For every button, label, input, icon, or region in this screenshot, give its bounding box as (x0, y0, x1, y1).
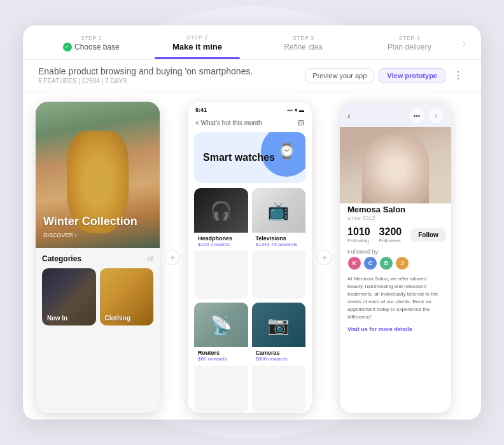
product-televisions[interactable]: 📺 Televisions $1343.73 onwards (252, 188, 306, 299)
router-name: Routers (198, 350, 244, 356)
preview-app-button[interactable]: Preview your app (305, 68, 374, 83)
phone1-discover-label: DISCOVER (43, 231, 137, 239)
add-between-phone2-phone3[interactable]: + (317, 250, 332, 265)
avatar-k: K (347, 256, 361, 270)
avatar-b: B (379, 256, 393, 270)
step1-label: Choose base (74, 43, 120, 51)
phone3-action-buttons: ••• ↑ (409, 108, 444, 123)
phone2-filter-icon[interactable]: ⊟ (298, 118, 304, 127)
phone1-categories: Categories All New In Clothing (36, 248, 160, 413)
step-refine-idea[interactable]: STEP 3 Refine idea (250, 35, 356, 59)
avatar-j: J (395, 256, 409, 270)
phone2-status-icons: ▪▪▪ ▾ ▬ (287, 107, 304, 113)
phone3-description: At Memosa Salon, we offer tailored beaut… (347, 275, 444, 321)
phone2-product-browse: 9:41 ▪▪▪ ▾ ▬ < What's hot this month ⊟ (188, 102, 312, 413)
phone1-newin-label: New In (47, 315, 67, 322)
phone3-following-label: Following (347, 238, 370, 243)
header-actions: Preview your app View prototype ⋮ (305, 67, 466, 84)
outer-bg: STEP 1 ✓ Choose base STEP 2 Make it mine… (23, 6, 481, 439)
phone3-following-count: 1010 (347, 226, 370, 238)
product-routers[interactable]: 📡 Routers $60 onwards (194, 303, 248, 413)
header-info: Enable product browsing and buying 'on s… (38, 66, 253, 85)
tv-icon: 📺 (267, 200, 290, 221)
phone3-profile: ‹ ••• ↑ (340, 102, 451, 413)
tv-info: Televisions $1343.73 onwards (252, 233, 306, 251)
headphones-info: Headphones $100 onwards (194, 233, 248, 251)
tv-price: $1343.73 onwards (256, 242, 302, 247)
tv-name: Televisions (256, 235, 302, 242)
headphones-icon: 🎧 (210, 200, 232, 221)
router-info: Routers $60 onwards (194, 347, 248, 366)
phone1-clothing-label: Clothing (105, 315, 131, 322)
phone3-topbar: ‹ ••• ↑ (340, 102, 451, 127)
phone1-hero: Winter Collection DISCOVER (36, 102, 160, 248)
router-image: 📡 (194, 303, 248, 347)
step3-label: Refine idea (284, 43, 323, 51)
phone2-smart-watches-banner: Smart watches ⌚ (194, 132, 305, 183)
headphones-name: Headphones (198, 235, 244, 242)
phone1-hero-overlay: Winter Collection DISCOVER (43, 215, 137, 239)
phone2-banner-text: Smart watches (203, 151, 275, 163)
view-prototype-button[interactable]: View prototype (379, 68, 445, 83)
wifi-icon: ▾ (295, 107, 297, 113)
follow-button[interactable]: Follow (410, 228, 446, 242)
camera-name: Cameras (256, 350, 302, 356)
phone1-shopping-app: Winter Collection DISCOVER Categories Al… (36, 102, 160, 413)
phone3-followed-by-label: Followed by (347, 249, 444, 255)
more-options-button[interactable]: ⋮ (451, 67, 466, 84)
phone1-clothing-category[interactable]: Clothing (100, 268, 154, 325)
step2-label: Make it mine (172, 42, 222, 51)
step-plan-delivery[interactable]: STEP 4 Plan delivery (356, 35, 463, 59)
phone3-hero-image (340, 127, 451, 203)
avatar-c: C (363, 256, 377, 270)
router-icon: 📡 (210, 315, 232, 336)
add-between-phone1-phone2[interactable]: + (165, 250, 180, 265)
phone3-wrapper: ‹ ••• ↑ (340, 102, 451, 413)
phone1-newin-category[interactable]: New In (42, 268, 96, 325)
phone1-hero-title: Winter Collection (43, 215, 137, 229)
signal-icon: ▪▪▪ (287, 107, 293, 113)
tv-image: 📺 (252, 188, 306, 233)
content-area: Winter Collection DISCOVER Categories Al… (23, 92, 481, 420)
phone1-categories-title: Categories (42, 254, 81, 263)
phone3-hero-inner (340, 127, 451, 203)
phone3-salon-name: Memosa Salon (347, 205, 444, 214)
watch-icon: ⌚ (278, 143, 295, 160)
phone3-more-button[interactable]: ••• (409, 108, 424, 123)
phone3-visit-link[interactable]: Visit us for more details (347, 326, 444, 332)
step-make-it-mine[interactable]: STEP 2 Make it mine (144, 34, 251, 59)
product-headphones[interactable]: 🎧 Headphones $100 onwards (194, 188, 248, 299)
step4-num: STEP 4 (398, 35, 420, 41)
phone3-followers-count: 3200 (379, 226, 402, 238)
phone3-followed-section: Followed by K C B J (347, 249, 444, 270)
header-bar: Enable product browsing and buying 'on s… (23, 60, 481, 92)
step-choose-base[interactable]: STEP 1 ✓ Choose base (38, 35, 144, 59)
step1-check: ✓ (63, 43, 72, 51)
phone2-header: < What's hot this month ⊟ (188, 116, 312, 132)
camera-info: Cameras $600 onwards (252, 347, 306, 366)
phone3-following-stat: 1010 Following (347, 226, 370, 243)
phone3-follower-avatars: K C B J (347, 256, 444, 270)
product-cameras[interactable]: 📷 Cameras $600 onwards (252, 303, 306, 413)
phone3-back-button[interactable]: ‹ (347, 111, 351, 121)
step4-label: Plan delivery (388, 43, 431, 51)
step1-num: STEP 1 (80, 35, 102, 41)
headphones-price: $100 onwards (198, 242, 244, 247)
headphones-image: 🎧 (194, 188, 248, 233)
main-window: STEP 1 ✓ Choose base STEP 2 Make it mine… (23, 25, 481, 420)
camera-icon: 📷 (267, 315, 290, 336)
phone3-share-button[interactable]: ↑ (428, 108, 444, 123)
phone1-categories-all[interactable]: All (147, 256, 153, 262)
phone3-salon-info: Memosa Salon since 2012 (347, 205, 444, 221)
step2-num: STEP 2 (186, 34, 208, 41)
phone2-wrapper: 9:41 ▪▪▪ ▾ ▬ < What's hot this month ⊟ (188, 102, 332, 413)
phone3-stats-row: 1010 Following 3200 Followers Follow (347, 226, 444, 243)
header-meta: 5 FEATURES | £2504 | 7 DAYS (38, 78, 253, 85)
camera-price: $600 onwards (256, 356, 302, 362)
phone3-since: since 2012 (347, 215, 444, 221)
stepper-next-arrow[interactable]: › (463, 38, 466, 57)
phone2-back-title[interactable]: < What's hot this month (195, 120, 262, 127)
phone3-followers-label: Followers (379, 238, 402, 243)
phone1-wrapper: Winter Collection DISCOVER Categories Al… (36, 102, 180, 413)
battery-icon: ▬ (299, 107, 304, 113)
